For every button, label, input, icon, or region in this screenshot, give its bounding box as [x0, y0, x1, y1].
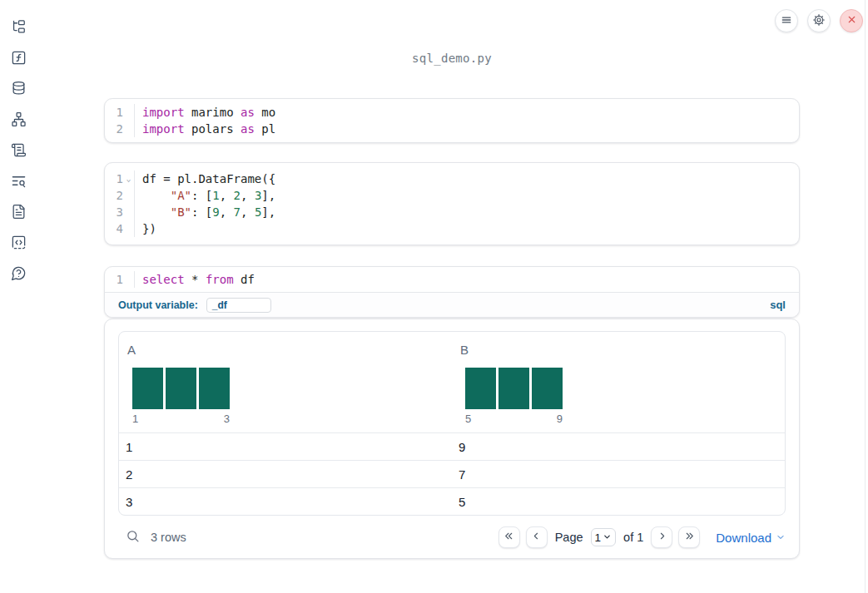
token: })	[142, 222, 156, 235]
sidebar-item-logs[interactable]	[11, 174, 27, 190]
code-line: 4})	[105, 220, 799, 237]
output-panel: A13B59 192735 3 rows Page	[104, 319, 800, 559]
token: ],	[261, 205, 275, 219]
sidebar-item-snippets[interactable]	[11, 235, 27, 251]
notebook: sql_demo.py 1import marimo as mo2import …	[104, 0, 800, 559]
fold-gutter	[123, 220, 134, 237]
code-text: import marimo as mo	[134, 104, 799, 121]
sql-cell: 1select * from df Output variable: _df s…	[104, 266, 800, 318]
file-text-icon	[11, 204, 27, 222]
token: df	[234, 273, 255, 286]
output-variable-label: Output variable:	[118, 299, 198, 311]
fold-gutter	[123, 121, 134, 137]
next-page-button[interactable]	[651, 526, 672, 548]
right-edge-divider	[865, 0, 866, 593]
pagination: Page 1 of 1 Download	[498, 526, 786, 548]
hist-bar	[465, 368, 496, 409]
sidebar-item-documentation[interactable]	[11, 205, 27, 220]
token: 7	[234, 205, 241, 219]
chevron-down-icon	[776, 531, 786, 545]
token: ,	[220, 205, 234, 219]
token: marimo	[185, 106, 241, 119]
line-number: 3	[105, 204, 123, 220]
table-search-button[interactable]	[126, 529, 140, 546]
token: from	[206, 273, 234, 286]
sidebar-item-file-explorer[interactable]	[11, 20, 27, 36]
code-line: 1import marimo as mo	[105, 104, 799, 121]
column-header-cell[interactable]: A13	[119, 332, 452, 432]
column-header-cell[interactable]: B59	[452, 332, 785, 432]
sql-cell-footer: Output variable: _df sql	[105, 292, 799, 317]
table-cell: 2	[119, 467, 452, 482]
token: df = pl.DataFrame({	[142, 172, 275, 185]
function-square-icon	[11, 50, 27, 68]
table-body: 192735	[119, 433, 785, 516]
line-number: 1	[105, 170, 123, 187]
token: import	[142, 122, 185, 136]
table-cell: 7	[452, 467, 785, 482]
token: *	[185, 273, 206, 286]
token: as	[241, 106, 255, 119]
table-cell: 5	[452, 495, 785, 509]
code-editor[interactable]: 1import marimo as mo2import polars as pl	[105, 99, 799, 142]
sidebar-item-dependencies[interactable]	[11, 112, 27, 128]
token: mo	[255, 106, 275, 119]
page-label: Page	[555, 531, 583, 544]
page-select[interactable]: 1	[591, 528, 617, 546]
previous-page-button[interactable]	[526, 526, 548, 548]
sql-editor[interactable]: 1select * from df	[105, 267, 799, 292]
download-button[interactable]: Download	[716, 531, 786, 545]
hist-axis-labels: 13	[132, 413, 230, 425]
token: 9	[212, 205, 219, 219]
table-cell: 9	[452, 440, 785, 454]
code-cell-dataframe: 1⌄df = pl.DataFrame({2 "A": [1, 2, 3],3 …	[104, 162, 800, 245]
hist-min-label: 5	[465, 413, 471, 425]
table-cell: 1	[119, 440, 452, 454]
hist-max-label: 9	[557, 413, 563, 425]
output-variable-input[interactable]: _df	[206, 298, 271, 313]
language-badge: sql	[770, 299, 786, 311]
scroll-icon	[11, 142, 27, 161]
settings-button[interactable]	[807, 9, 831, 32]
sidebar-item-outline[interactable]	[11, 143, 27, 159]
first-page-button[interactable]	[498, 526, 520, 548]
fold-gutter	[123, 204, 134, 220]
close-icon	[846, 14, 857, 27]
fold-chevron-icon[interactable]: ⌄	[123, 170, 134, 187]
notebook-filename: sql_demo.py	[104, 52, 800, 65]
column-histogram	[465, 368, 785, 409]
fold-gutter	[123, 271, 134, 288]
code-text: select * from df	[134, 271, 799, 288]
table-row: 19	[119, 433, 785, 461]
hist-bar	[532, 368, 563, 409]
database-icon	[11, 81, 27, 99]
code-square-icon	[11, 235, 27, 253]
code-text: "B": [9, 7, 5],	[134, 204, 799, 220]
sidebar-item-datasources[interactable]	[11, 82, 27, 97]
last-page-button[interactable]	[678, 526, 700, 548]
sidebar-item-variables[interactable]	[11, 51, 27, 67]
hist-bar	[498, 368, 529, 409]
hist-bar	[166, 368, 196, 409]
sidebar-item-help[interactable]	[11, 266, 27, 282]
chevron-down-icon	[603, 531, 612, 544]
column-label: A	[127, 343, 452, 357]
code-line: 1⌄df = pl.DataFrame({	[105, 170, 799, 187]
helper-sidebar	[0, 0, 37, 593]
table-row: 35	[119, 488, 785, 516]
token: : [	[191, 189, 212, 202]
line-number: 1	[105, 104, 123, 121]
code-text: "A": [1, 2, 3],	[134, 187, 799, 204]
hist-bar	[132, 368, 163, 409]
code-editor[interactable]: 1⌄df = pl.DataFrame({2 "A": [1, 2, 3],3 …	[105, 163, 799, 245]
search-icon	[126, 529, 140, 546]
token: "B"	[171, 205, 191, 219]
download-label: Download	[716, 531, 771, 545]
token: : [	[191, 205, 212, 219]
token: import	[142, 106, 185, 119]
token: pl	[255, 122, 275, 136]
code-text: import polars as pl	[134, 121, 799, 137]
code-line: 2import polars as pl	[105, 121, 799, 137]
shutdown-button[interactable]	[840, 9, 863, 32]
token: ,	[241, 189, 255, 202]
